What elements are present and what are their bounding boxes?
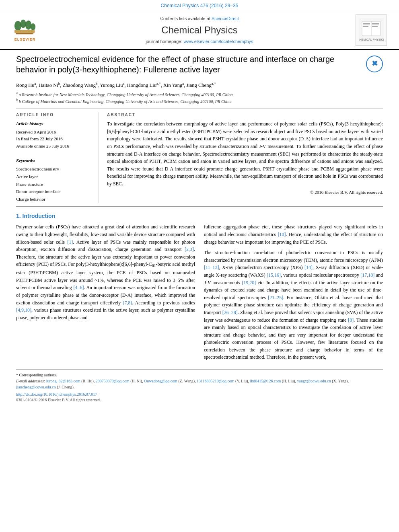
keywords-block: Keywords: Spectroelectrochemistry Active… bbox=[16, 157, 90, 203]
elsevier-name-text: ELSEVIER bbox=[14, 37, 36, 42]
kw3: Phase structure bbox=[16, 181, 90, 188]
keywords-label: Keywords: bbox=[16, 157, 90, 164]
elsevier-tree-icon bbox=[9, 18, 41, 36]
intro-right-col: fullerene aggregation phase etc., these … bbox=[204, 223, 383, 364]
homepage-prefix: journal homepage: bbox=[146, 39, 183, 44]
sciencedirect-link[interactable]: ScienceDirect bbox=[212, 16, 239, 21]
abstract-label: ABSTRACT bbox=[107, 112, 383, 118]
homepage-url[interactable]: www.elsevier.com/locate/chemphys bbox=[184, 39, 253, 44]
copyright-line: © 2016 Elsevier B.V. All rights reserved… bbox=[107, 189, 383, 195]
crossmark-badge[interactable]: ✖ bbox=[366, 55, 383, 72]
journal-homepage: journal homepage: www.elsevier.com/locat… bbox=[43, 39, 356, 45]
crossmark-icon: ✖ bbox=[372, 59, 378, 69]
svg-point-1 bbox=[14, 21, 21, 31]
main-content: Spectroelectrochemical evidence for the … bbox=[0, 50, 399, 407]
authors-line: Rong Hua, Haitao Nib, Zhaodong Wangb, Yu… bbox=[16, 81, 383, 89]
journal-header-center: Contents lists available at ScienceDirec… bbox=[43, 16, 356, 45]
svg-rect-5 bbox=[14, 30, 35, 33]
divider2 bbox=[16, 206, 383, 207]
kw4: Donor-acceptor interface bbox=[16, 188, 90, 195]
article-info-label: ARTICLE INFO bbox=[16, 112, 90, 118]
elsevier-logo-area: ELSEVIER bbox=[7, 18, 43, 42]
journal-header: ELSEVIER Contents lists available at Sci… bbox=[0, 11, 399, 50]
intro-left-col: Polymer solar cells (PSCs) have attracte… bbox=[16, 223, 195, 364]
kw1: Spectroelectrochemistry bbox=[16, 165, 90, 173]
doi-text[interactable]: http://dx.doi.org/10.1016/j.chemphys.201… bbox=[16, 392, 97, 396]
abstract-text: To investigate the correlation between m… bbox=[107, 120, 383, 187]
kw5: Charge behavior bbox=[16, 195, 90, 203]
svg-point-4 bbox=[31, 23, 35, 30]
svg-rect-13 bbox=[372, 23, 379, 24]
intro-body: Polymer solar cells (PSCs) have attracte… bbox=[16, 223, 383, 364]
received-date: Received 8 April 2016 bbox=[16, 129, 90, 136]
chemical-physics-logo-icon: CHEMICAL PHYSICS bbox=[359, 18, 384, 42]
final-form-date: In final form 22 July 2016 bbox=[16, 136, 90, 143]
intro-left-text: Polymer solar cells (PSCs) have attracte… bbox=[16, 223, 195, 321]
contents-text: Contents lists available at bbox=[160, 16, 210, 21]
kw2: Active layer bbox=[16, 173, 90, 181]
svg-point-3 bbox=[25, 21, 32, 30]
svg-rect-15 bbox=[372, 26, 378, 27]
affiliations: a a Research Institute for New Materials… bbox=[16, 91, 383, 105]
issn-text: 0301-0104/© 2016 Elsevier B.V. All right… bbox=[16, 397, 383, 403]
keywords-list: Spectroelectrochemistry Active layer Pha… bbox=[16, 165, 90, 203]
elsevier-logo: ELSEVIER bbox=[7, 18, 43, 42]
footnote-section: * Corresponding authors. E-mail addresse… bbox=[16, 369, 383, 403]
svg-rect-6 bbox=[16, 33, 33, 34]
divider bbox=[16, 109, 383, 109]
article-info-block: Article history: Received 8 April 2016 I… bbox=[16, 120, 90, 150]
intro-right-text-1: fullerene aggregation phase etc., these … bbox=[204, 223, 383, 246]
introduction-section: 1. Introduction Polymer solar cells (PSC… bbox=[16, 212, 383, 364]
article-title-section: Spectroelectrochemical evidence for the … bbox=[16, 54, 383, 78]
col-divider bbox=[99, 112, 99, 203]
article-info-col: ARTICLE INFO Article history: Received 8… bbox=[16, 112, 90, 203]
article-meta-section: ARTICLE INFO Article history: Received 8… bbox=[16, 112, 383, 203]
journal-citation: Chemical Physics 476 (2016) 29–35 bbox=[0, 0, 399, 11]
svg-text:CHEMICAL PHYSICS: CHEMICAL PHYSICS bbox=[359, 38, 384, 41]
intro-right-text-2: The structure-function correlation of ph… bbox=[204, 249, 383, 361]
intro-heading: 1. Introduction bbox=[16, 212, 383, 220]
abstract-col: ABSTRACT To investigate the correlation … bbox=[107, 112, 383, 203]
email-addresses: E-mail addresses: lurong_82@163.com (R. … bbox=[16, 378, 383, 390]
svg-rect-10 bbox=[363, 23, 370, 24]
svg-rect-12 bbox=[363, 26, 368, 27]
journal-logo-area: CHEMICAL PHYSICS bbox=[356, 14, 392, 46]
doi-link[interactable]: http://dx.doi.org/10.1016/j.chemphys.201… bbox=[16, 392, 383, 397]
history-label: Article history: bbox=[16, 120, 90, 127]
journal-logo-box: CHEMICAL PHYSICS bbox=[356, 14, 387, 46]
sciencedirect-line: Contents lists available at ScienceDirec… bbox=[43, 16, 356, 22]
journal-title: Chemical Physics bbox=[43, 23, 356, 37]
svg-rect-14 bbox=[372, 25, 379, 25]
journal-citation-text: Chemical Physics 476 (2016) 29–35 bbox=[161, 3, 239, 8]
svg-point-2 bbox=[21, 19, 26, 28]
affil-b-text: b College of Materials and Chemical Engi… bbox=[19, 99, 232, 103]
affil-a-text: a Research Institute for New Materials T… bbox=[19, 92, 233, 97]
corresponding-note: * Corresponding authors. bbox=[16, 372, 383, 378]
available-online-date: Available online 25 July 2016 bbox=[16, 143, 90, 150]
svg-rect-11 bbox=[363, 25, 370, 25]
article-title: Spectroelectrochemical evidence for the … bbox=[16, 54, 366, 75]
